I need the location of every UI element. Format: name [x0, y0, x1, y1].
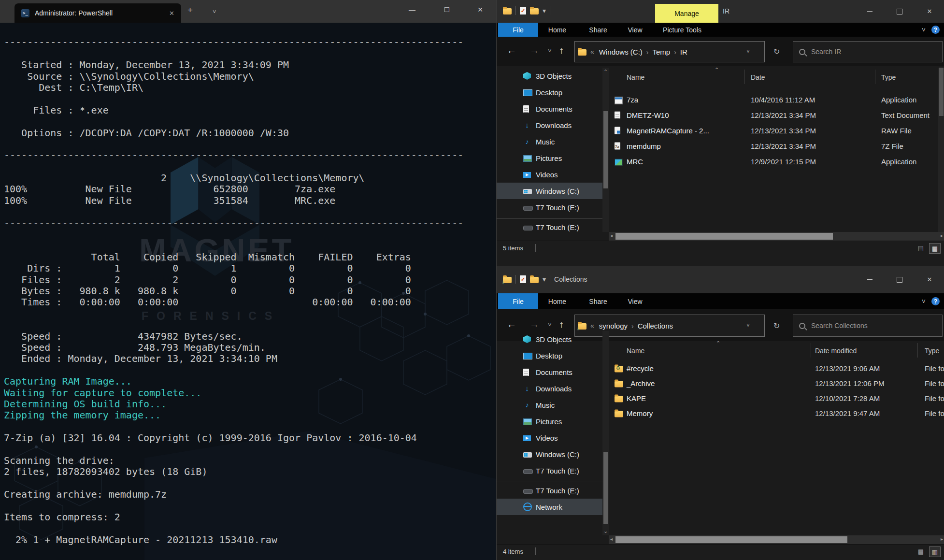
nav-item[interactable]: 3D Objects: [497, 68, 609, 84]
address-dropdown-icon[interactable]: ˅: [746, 322, 750, 329]
column-header-name[interactable]: Name: [627, 73, 644, 81]
address-bar[interactable]: « Windows (C:)TempIR ˅: [574, 41, 765, 62]
column-header-date[interactable]: Date: [751, 73, 765, 81]
nav-item[interactable]: T7 Touch (E:): [497, 482, 609, 499]
forward-button[interactable]: →: [529, 319, 539, 330]
recent-locations-icon[interactable]: ˅: [548, 321, 552, 329]
new-folder-icon[interactable]: [530, 277, 539, 283]
qat-customize-icon[interactable]: ▾: [543, 7, 546, 14]
nav-item[interactable]: Music: [497, 397, 609, 413]
file-row[interactable]: _Archive 12/13/2021 12:06 PM File fol: [609, 375, 944, 390]
search-box[interactable]: [793, 41, 943, 62]
folder-download-icon[interactable]: [503, 277, 512, 283]
column-separator[interactable]: [744, 70, 745, 84]
file-row[interactable]: KAPE 12/10/2021 7:28 AM File fol: [609, 390, 944, 405]
horizontal-scrollbar-thumb[interactable]: [615, 233, 833, 240]
column-separator[interactable]: [917, 343, 918, 358]
scroll-up-icon[interactable]: ⌃: [602, 69, 609, 75]
nav-item[interactable]: Downloads: [497, 380, 609, 397]
terminal-content[interactable]: MAGNET FORENSICS -----------------------…: [0, 23, 498, 560]
horizontal-scrollbar[interactable]: ◂ ▸: [609, 232, 944, 241]
titlebar[interactable]: ▾ Collections ✕: [497, 266, 944, 293]
terminal-tab[interactable]: >_ Administrator: PowerShell ✕: [14, 3, 181, 23]
nav-item[interactable]: Desktop: [497, 347, 609, 364]
terminal-close-button[interactable]: ✕: [469, 6, 491, 14]
file-row[interactable]: DMETZ-W10 12/13/2021 3:34 PM Text Docume…: [609, 107, 944, 123]
close-button[interactable]: ✕: [915, 0, 944, 23]
scroll-right-icon[interactable]: ▸: [941, 536, 943, 542]
ribbon-tab[interactable]: Share: [588, 23, 608, 37]
help-icon[interactable]: ?: [931, 26, 940, 34]
nav-item[interactable]: Documents: [497, 364, 609, 380]
ribbon-tab[interactable]: View: [627, 23, 643, 37]
file-row[interactable]: 7za 10/4/2016 11:12 AM Application: [609, 92, 944, 107]
file-row[interactable]: MRC 12/9/2021 12:15 PM Application: [609, 154, 944, 169]
tab-close-icon[interactable]: ✕: [169, 10, 174, 17]
file-row[interactable]: MagnetRAMCapture - 2... 12/13/2021 3:34 …: [609, 123, 944, 138]
ribbon-tab[interactable]: Home: [546, 293, 568, 309]
new-folder-icon[interactable]: [530, 8, 539, 14]
back-button[interactable]: ←: [507, 319, 516, 330]
maximize-button[interactable]: [885, 0, 915, 23]
close-button[interactable]: ✕: [915, 266, 944, 293]
nav-item[interactable]: Pictures: [497, 413, 609, 430]
ribbon-tab[interactable]: Picture Tools: [658, 23, 707, 37]
nav-item[interactable]: Downloads: [497, 117, 609, 133]
minimize-button[interactable]: [855, 0, 885, 23]
nav-item[interactable]: Pictures: [497, 150, 609, 166]
breadcrumb-collapse-icon[interactable]: «: [590, 48, 594, 56]
back-button[interactable]: ←: [507, 45, 516, 56]
scroll-left-icon[interactable]: ◂: [610, 536, 613, 542]
breadcrumb-item[interactable]: Temp: [644, 48, 672, 56]
breadcrumb-item[interactable]: Collections: [629, 322, 675, 330]
scroll-down-icon[interactable]: ⌄: [602, 528, 609, 534]
ribbon-tab[interactable]: File: [498, 23, 538, 37]
maximize-button[interactable]: [885, 266, 915, 293]
file-list-scrollbar-thumb[interactable]: [939, 68, 944, 116]
refresh-icon[interactable]: ↻: [773, 47, 780, 56]
nav-scrollbar-thumb[interactable]: [603, 111, 608, 188]
refresh-icon[interactable]: ↻: [773, 321, 780, 330]
nav-scrollbar[interactable]: ⌄: [602, 331, 609, 535]
file-row[interactable]: #recycle 12/13/2021 9:06 AM File fol: [609, 360, 944, 375]
properties-check-icon[interactable]: [520, 275, 526, 283]
forward-button[interactable]: →: [529, 45, 539, 56]
nav-item[interactable]: T7 Touch (E:): [497, 218, 609, 232]
ribbon-expand-icon[interactable]: ˅: [922, 26, 926, 34]
breadcrumb-item[interactable]: synology: [597, 322, 629, 330]
folder-icon[interactable]: [503, 8, 512, 14]
breadcrumb-item[interactable]: Windows (C:): [597, 48, 644, 56]
ribbon-tab[interactable]: Share: [588, 293, 608, 309]
help-icon[interactable]: ?: [931, 297, 940, 305]
column-header-type[interactable]: Type: [925, 347, 939, 355]
nav-item[interactable]: Network: [497, 499, 609, 515]
search-input[interactable]: [810, 321, 923, 330]
up-button[interactable]: ↑: [559, 45, 564, 56]
breadcrumb-collapse-icon[interactable]: «: [590, 322, 594, 330]
manage-context-tab[interactable]: Manage: [655, 4, 718, 23]
column-header-name[interactable]: Name: [627, 347, 644, 355]
scroll-left-icon[interactable]: ◂: [610, 233, 613, 238]
nav-item[interactable]: 3D Objects: [497, 331, 609, 347]
file-row[interactable]: Memory 12/13/2021 9:47 AM File fol: [609, 405, 944, 420]
column-separator[interactable]: [811, 343, 811, 358]
large-icons-view-icon[interactable]: ▦: [929, 243, 941, 254]
nav-item[interactable]: Music: [497, 133, 609, 150]
terminal-minimize-button[interactable]: —: [401, 6, 423, 14]
large-icons-view-icon[interactable]: ▦: [929, 546, 941, 557]
address-dropdown-icon[interactable]: ˅: [746, 48, 750, 55]
details-view-icon[interactable]: ▤: [915, 546, 926, 556]
ribbon-tab[interactable]: Home: [546, 23, 568, 37]
search-box[interactable]: [793, 315, 943, 337]
file-row[interactable]: memdump 12/13/2021 3:34 PM 7Z File: [609, 138, 944, 154]
nav-item[interactable]: Documents: [497, 101, 609, 117]
ribbon-tab[interactable]: View: [627, 293, 643, 309]
horizontal-scrollbar-thumb[interactable]: [615, 536, 847, 543]
nav-item[interactable]: Windows (C:): [497, 183, 609, 199]
horizontal-scrollbar[interactable]: ◂ ▸: [609, 535, 944, 544]
tab-dropdown-button[interactable]: ˅: [213, 7, 216, 17]
nav-scrollbar-thumb[interactable]: [603, 452, 608, 524]
column-header-date[interactable]: Date modified: [815, 347, 857, 355]
new-tab-button[interactable]: +: [187, 5, 193, 15]
nav-item[interactable]: T7 Touch (E:): [497, 199, 609, 215]
